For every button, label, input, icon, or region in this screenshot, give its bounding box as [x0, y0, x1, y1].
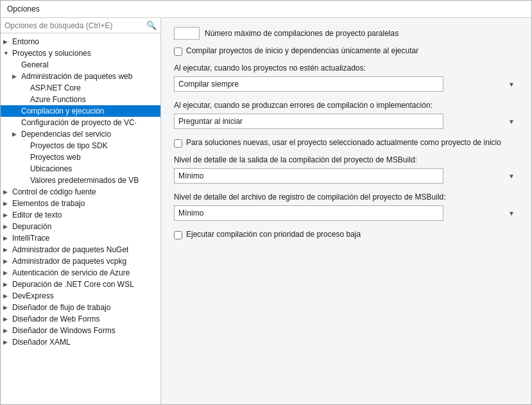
dropdown2-arrow-icon: ▼ [508, 118, 515, 125]
tree-label-azure-functions: Azure Functions [30, 95, 86, 104]
dropdown3-arrow-icon: ▼ [508, 173, 515, 180]
tree-item-editor-texto[interactable]: ▶Editor de texto [1, 209, 160, 221]
tree-label-dependencias-servicio: Dependencias del servicio [21, 130, 111, 139]
checkbox2-label: Para soluciones nuevas, usar el proyecto… [186, 138, 501, 147]
tree-arrow-intellitrace: ▶ [3, 235, 12, 241]
checkbox1-row: Compilar proyectos de inicio y dependenc… [174, 46, 519, 56]
section3-wrapper: Nivel de detalle de la salida de la comp… [174, 155, 519, 184]
tree-item-ubicaciones[interactable]: Ubicaciones [1, 163, 160, 175]
tree-label-proyectos-tipo-sdk: Proyectos de tipo SDK [30, 141, 108, 150]
tree-item-proyectos-web[interactable]: Proyectos web [1, 151, 160, 163]
tree-label-depuracion-net-core-wsl: Depuración de .NET Core con WSL [12, 280, 134, 289]
section4-label: Nivel de detalle del archivo de registro… [174, 193, 519, 202]
tree-label-asp-net-core: ASP.NET Core [30, 83, 81, 92]
tree-item-disenador-flujo-trabajo[interactable]: ▶Diseñador de flujo de trabajo [1, 302, 160, 313]
tree-arrow-admin-paquetes-nuget: ▶ [3, 246, 12, 253]
tree-label-autenticacion-azure: Autenticación de servicio de Azure [12, 268, 130, 277]
checkbox1-label: Compilar proyectos de inicio y dependenc… [186, 46, 418, 55]
tree-label-intellitrace: IntelliTrace [12, 234, 49, 243]
dropdown3-select[interactable]: Mínimo Silencioso Normal Detallado Diagn… [174, 168, 443, 184]
tree-label-disenador-flujo-trabajo: Diseñador de flujo de trabajo [12, 303, 110, 312]
tree-arrow-devexpress: ▶ [3, 293, 12, 299]
dropdown1-arrow-icon: ▼ [508, 81, 515, 88]
tree-item-admin-paquetes-web[interactable]: ▶Administración de paquetes web [1, 71, 160, 82]
tree-arrow-dependencias-servicio: ▶ [12, 131, 21, 137]
tree-item-depuracion[interactable]: ▶Depuración [1, 221, 160, 232]
tree-label-editor-texto: Editor de texto [12, 211, 62, 220]
dropdown1-row: Compilar siempre No compilar nunca Pregu… [174, 76, 519, 92]
search-box: 🔍 [1, 18, 160, 33]
tree-arrow-disenador-web-forms: ▶ [3, 316, 12, 322]
tree-item-configuracion-proyecto-vc[interactable]: Configuración de proyecto de VC· [1, 117, 160, 128]
tree-label-admin-paquetes-nuget: Administrador de paquetes NuGet [12, 245, 128, 254]
tree-item-compilacion-y-ejecucion[interactable]: Compilación y ejecución [1, 105, 160, 117]
checkbox3-row: Ejecutar compilación con prioridad de pr… [174, 230, 519, 239]
tree-arrow-autenticacion-azure: ▶ [3, 270, 12, 276]
tree-label-depuracion: Depuración [12, 222, 51, 231]
tree-label-control-codigo-fuente: Control de código fuente [12, 187, 96, 196]
max-compilations-row: 8 Número máximo de compilaciones de proy… [174, 27, 519, 40]
dropdown4-arrow-icon: ▼ [508, 210, 515, 217]
tree-label-entorno: Entorno [12, 37, 39, 46]
checkbox1[interactable] [174, 47, 182, 56]
tree-item-azure-functions[interactable]: Azure Functions [1, 94, 160, 105]
checkbox3[interactable] [174, 231, 182, 239]
max-compilations-input[interactable]: 8 [174, 27, 200, 40]
dropdown2-select[interactable]: Preguntar al iniciar Iniciar No iniciar [174, 114, 443, 129]
tree-label-elementos-trabajo: Elementos de trabajo [12, 199, 85, 208]
dropdown4-row: Mínimo Silencioso Normal Detallado Diagn… [174, 205, 519, 221]
tree-label-disenador-windows-forms: Diseñador de Windows Forms [12, 326, 116, 335]
tree-label-admin-paquetes-vcpkg: Administrador de paquetes vcpkg [12, 257, 126, 266]
tree-arrow-elementos-trabajo: ▶ [3, 200, 12, 207]
tree-arrow-disenador-xaml: ▶ [3, 339, 12, 345]
section3-label: Nivel de detalle de la salida de la comp… [174, 155, 519, 164]
tree-item-admin-paquetes-vcpkg[interactable]: ▶Administrador de paquetes vcpkg [1, 255, 160, 267]
tree-item-proyectos-y-soluciones[interactable]: ▼Proyectos y soluciones [1, 47, 160, 59]
tree-label-disenador-xaml: Diseñador XAML [12, 338, 71, 347]
tree-item-depuracion-net-core-wsl[interactable]: ▶Depuración de .NET Core con WSL [1, 279, 160, 290]
search-input[interactable] [4, 21, 144, 30]
left-panel: 🔍 ▶Entorno▼Proyectos y solucionesGeneral… [1, 18, 161, 404]
tree-item-devexpress[interactable]: ▶DevExpress [1, 290, 160, 302]
tree-arrow-editor-texto: ▶ [3, 212, 12, 218]
checkbox2[interactable] [174, 139, 182, 148]
section4-wrapper: Nivel de detalle del archivo de registro… [174, 193, 519, 221]
section1-label: Al ejecutar, cuando los proyectos no est… [174, 64, 519, 73]
tree-item-autenticacion-azure[interactable]: ▶Autenticación de servicio de Azure [1, 267, 160, 279]
tree-item-disenador-windows-forms[interactable]: ▶Diseñador de Windows Forms [1, 325, 160, 336]
tree-item-entorno[interactable]: ▶Entorno [1, 36, 160, 47]
tree-item-elementos-trabajo[interactable]: ▶Elementos de trabajo [1, 198, 160, 209]
window-title: Opciones [7, 4, 40, 13]
tree-arrow-disenador-windows-forms: ▶ [3, 327, 12, 334]
checkbox2-row: Para soluciones nuevas, usar el proyecto… [174, 138, 519, 148]
dropdown4-select[interactable]: Mínimo Silencioso Normal Detallado Diagn… [174, 205, 443, 221]
right-panel: 8 Número máximo de compilaciones de proy… [161, 18, 531, 404]
tree-container: ▶Entorno▼Proyectos y solucionesGeneral▶A… [1, 33, 160, 404]
tree-item-control-codigo-fuente[interactable]: ▶Control de código fuente [1, 186, 160, 198]
dropdown1-select[interactable]: Compilar siempre No compilar nunca Pregu… [174, 76, 443, 92]
tree-item-disenador-web-forms[interactable]: ▶Diseñador de Web Forms [1, 313, 160, 325]
tree-item-proyectos-tipo-sdk[interactable]: Proyectos de tipo SDK [1, 140, 160, 151]
tree-item-asp-net-core[interactable]: ASP.NET Core [1, 82, 160, 94]
tree-item-disenador-xaml[interactable]: ▶Diseñador XAML [1, 336, 160, 348]
tree-item-intellitrace[interactable]: ▶IntelliTrace [1, 232, 160, 244]
tree-item-dependencias-servicio[interactable]: ▶Dependencias del servicio [1, 128, 160, 140]
tree-label-ubicaciones: Ubicaciones [30, 164, 72, 173]
tree-arrow-admin-paquetes-vcpkg: ▶ [3, 258, 12, 264]
tree-item-general[interactable]: General [1, 59, 160, 71]
tree-item-admin-paquetes-nuget[interactable]: ▶Administrador de paquetes NuGet [1, 244, 160, 255]
tree-label-admin-paquetes-web: Administración de paquetes web [21, 72, 132, 81]
section2-label: Al ejecutar, cuando se produzcan errores… [174, 101, 519, 110]
tree-arrow-depuracion: ▶ [3, 223, 12, 230]
tree-label-configuracion-proyecto-vc: Configuración de proyecto de VC· [21, 118, 137, 127]
checkbox3-label: Ejecutar compilación con prioridad de pr… [186, 230, 361, 239]
tree-label-valores-predeterminados-vb: Valores predeterminados de VB [30, 176, 139, 185]
section1-wrapper: Al ejecutar, cuando los proyectos no est… [174, 64, 519, 92]
tree-label-devexpress: DevExpress [12, 291, 54, 300]
tree-arrow-entorno: ▶ [3, 39, 12, 45]
tree-item-valores-predeterminados-vb[interactable]: Valores predeterminados de VB [1, 175, 160, 186]
main-content: 🔍 ▶Entorno▼Proyectos y solucionesGeneral… [1, 18, 531, 404]
section2-wrapper: Al ejecutar, cuando se produzcan errores… [174, 101, 519, 129]
dropdown3-row: Mínimo Silencioso Normal Detallado Diagn… [174, 168, 519, 184]
tree-label-compilacion-y-ejecucion: Compilación y ejecución [21, 107, 104, 116]
